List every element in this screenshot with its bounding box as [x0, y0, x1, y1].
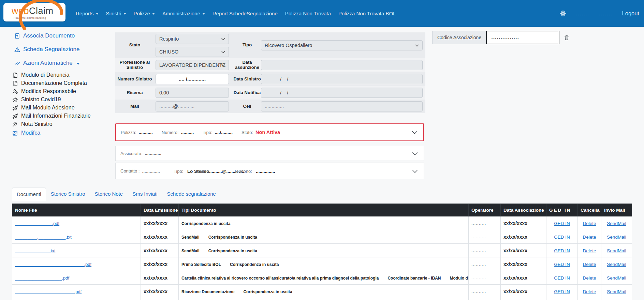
professione-label: Professione al Sinistro	[115, 60, 154, 70]
nav-item-polizze[interactable]: Polizze	[134, 11, 155, 16]
data-assunzione-input[interactable]	[261, 60, 423, 70]
sidebar-item-mail-informazioni-finanziarie[interactable]: Mail Informazioni Finanziarie	[12, 112, 104, 120]
tab-storico-sinistro[interactable]: Storico Sinistro	[51, 191, 85, 197]
nav-item-reports[interactable]: Reports	[76, 11, 99, 16]
pdf-file-icon	[12, 72, 18, 78]
sidebar-item-modifca[interactable]: Modifca	[12, 129, 104, 137]
ged-in-link[interactable]: GED IN	[554, 289, 570, 294]
column-header-data-emissione: Data Emissione	[141, 204, 179, 216]
document-file-link[interactable]: _______________.pdf	[15, 221, 59, 226]
delete-link[interactable]: Delete	[583, 289, 596, 294]
operatore-cell	[469, 298, 501, 300]
data-sinistro-input[interactable]: / /	[261, 74, 423, 84]
caret-down-icon	[123, 13, 126, 15]
sendmail-link[interactable]: SendMail	[607, 221, 626, 226]
polizza-stato-value: Non Attiva	[255, 130, 280, 135]
ged-in-link[interactable]: GED IN	[554, 262, 570, 267]
chevron-down-icon	[221, 50, 225, 54]
sidebar-item-modulo-di-denuncia[interactable]: Modulo di Denuncia	[12, 71, 104, 79]
assicurato-accordion[interactable]: Assicurato: .............	[115, 146, 424, 161]
sendmail-link[interactable]: SendMail	[607, 289, 626, 294]
polizza-tipo-value: ..../.........	[215, 130, 233, 135]
delete-link[interactable]: Delete	[583, 248, 596, 253]
numero-sinistro-input[interactable]: .... /.............	[156, 74, 229, 84]
delete-link[interactable]: Delete	[583, 275, 596, 281]
delete-link[interactable]: Delete	[583, 235, 596, 240]
logout-button[interactable]: Logout	[622, 10, 639, 17]
top-navbar: webClaim Real time claims handling Repor…	[0, 0, 644, 27]
document-file-link[interactable]: _________,___________.txt	[15, 235, 72, 240]
riserva-label: Riserva	[115, 90, 154, 95]
professione-select[interactable]: LAVORATORE DIPENDENTE	[156, 60, 229, 70]
stato-select-1-value: Respinto	[159, 36, 179, 42]
chevron-down-icon[interactable]	[412, 150, 418, 157]
webclaim-logo[interactable]: webClaim Real time claims handling	[3, 3, 65, 21]
sidebar-item-label: Modifca	[21, 130, 40, 136]
data-associazione-cell: xx/xx/xxxx	[501, 230, 546, 244]
sidebar-item-nota-sinistro[interactable]: Nota Sinistro	[12, 120, 104, 128]
claim-form: Stato Respinto CHIUSO Tipo Ricovero Ospe…	[115, 32, 425, 113]
data-notifica-input[interactable]: / /	[261, 88, 423, 98]
stato-select-1[interactable]: Respinto	[156, 34, 229, 44]
polizza-accordion[interactable]: Polizza: ........... Numero: .......... …	[115, 123, 424, 141]
tipi-documento-cell: Primo Sollecito BOLCorrispondenza in usc…	[179, 257, 469, 271]
ged-in-link[interactable]: GED IN	[554, 275, 570, 281]
ged-in-link[interactable]: GED IN	[554, 248, 570, 253]
contatto-accordion[interactable]: Contatto : .............. Tipo: Lo Stess…	[115, 163, 424, 179]
document-file-link[interactable]: ___________________.pdf	[15, 275, 69, 281]
ged-in-link[interactable]: GED IN	[554, 221, 570, 226]
settings-gear-icon[interactable]	[560, 10, 566, 16]
sendmail-link[interactable]: SendMail	[607, 275, 626, 281]
tab-sms-inviati[interactable]: Sms Inviati	[132, 191, 157, 197]
sendmail-link[interactable]: SendMail	[607, 235, 626, 240]
table-row: ___________________.pdfxx/xx/xxxxCartell…	[12, 271, 632, 285]
documents-table-header: Nome FileData EmissioneTipi DocumentoOpe…	[12, 204, 632, 216]
data-associazione-cell: xx/xx/xxxx	[501, 216, 546, 230]
tab-storico-note[interactable]: Storico Note	[95, 191, 123, 197]
mail-send-icon	[12, 105, 18, 111]
tab-schede-segnalazione[interactable]: Schede segnalazione	[167, 191, 216, 197]
delete-link[interactable]: Delete	[583, 262, 596, 267]
riserva-input[interactable]: 0,00	[156, 88, 229, 98]
document-file-link[interactable]: ______________.txt	[15, 248, 56, 253]
trash-icon[interactable]	[564, 34, 570, 41]
tipo-documento-tag: Primo Sollecito BOL	[181, 262, 221, 267]
cell-input[interactable]: ..............	[261, 101, 423, 111]
sidebar-item-mail-modulo-adesione[interactable]: Mail Modulo Adesione	[12, 104, 104, 112]
sendmail-link[interactable]: SendMail	[607, 248, 626, 253]
codice-associazione-input[interactable]: ...............	[486, 31, 559, 44]
column-header-nome-file: Nome File	[12, 204, 141, 216]
document-file-link[interactable]: ____________________________.pdf	[15, 262, 91, 267]
nav-item-polizza-non-trovata-bol[interactable]: Polizza Non Trovata BOL	[338, 11, 396, 16]
nav-item-polizza-non-trovata[interactable]: Polizza Non Trovata	[285, 11, 331, 16]
sidebar-item-label: Documentazione Completa	[21, 80, 87, 86]
sidebar-item-azioni-automatiche[interactable]: Azioni Automatiche	[12, 57, 104, 69]
sidebar-item-associa-documento[interactable]: Associa Documento	[12, 30, 104, 42]
mail-input[interactable]: ..........@........ ...	[156, 101, 229, 111]
polizza-numero-label: Numero:	[162, 130, 179, 135]
sidebar-item-documentazione-completa[interactable]: Documentazione Completa	[12, 79, 104, 87]
table-row: _______________.pdfxx/xx/xxxxCorrisponde…	[12, 216, 632, 230]
tipo-select[interactable]: Ricovero Ospedaliero	[261, 40, 423, 50]
sidebar-item-sinistro-covid19[interactable]: Sinistro Covid19	[12, 95, 104, 104]
nav-item-label: Polizza Non Trovata	[285, 11, 331, 16]
nav-item-amministrazione[interactable]: Amministrazione	[162, 11, 205, 16]
contatto-label: Contatto :	[120, 168, 140, 174]
tipo-documento-tag: SendMail	[181, 249, 200, 253]
chevron-down-icon[interactable]	[411, 129, 418, 136]
delete-link[interactable]: Delete	[583, 221, 596, 226]
nav-item-label: Sinistri	[106, 11, 121, 16]
stato-select-2[interactable]: CHIUSO	[156, 47, 229, 57]
sidebar-item-scheda-segnalazione[interactable]: Scheda Segnalazione	[12, 44, 104, 55]
nav-item-report-schedesegnalazione[interactable]: Report SchedeSegnalazione	[213, 11, 278, 16]
nav-item-sinistri[interactable]: Sinistri	[106, 11, 126, 16]
double-check-icon	[14, 60, 20, 66]
mail-label: Mail	[115, 104, 154, 109]
sendmail-link[interactable]: SendMail	[607, 262, 626, 267]
ged-in-link[interactable]: GED IN	[554, 235, 570, 240]
chevron-down-icon[interactable]	[412, 168, 418, 175]
tab-documenti[interactable]: Documenti	[12, 187, 46, 201]
codice-associazione-group: Codice Associazione ...............	[432, 31, 570, 44]
document-file-link[interactable]: ________________________.pdf	[15, 289, 82, 294]
sidebar-item-modifica-responsabile[interactable]: Modifica Responsabile	[12, 87, 104, 95]
